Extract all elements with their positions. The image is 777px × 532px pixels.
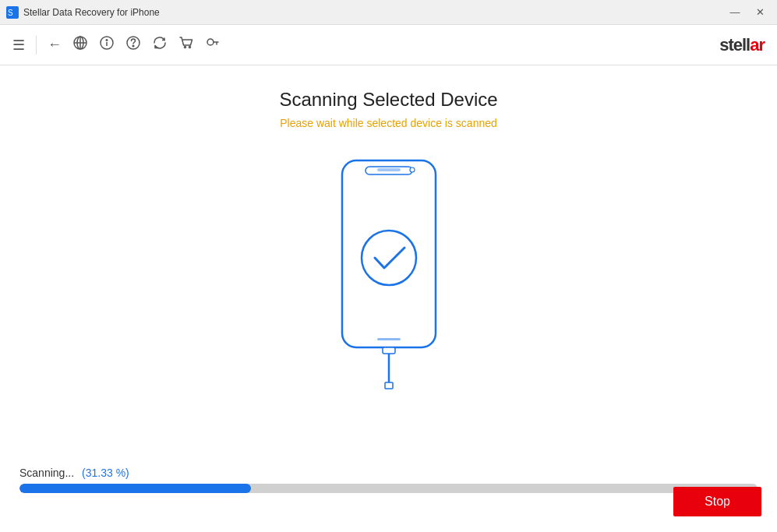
percent-label: (31.33 %) xyxy=(82,467,129,479)
stellar-logo: stellar xyxy=(719,35,765,55)
cart-icon[interactable] xyxy=(178,35,194,55)
svg-rect-16 xyxy=(377,168,401,171)
globe-icon[interactable] xyxy=(72,35,88,55)
progress-section: Scanning... (31.33 %) xyxy=(0,467,777,493)
scanning-label: Scanning... xyxy=(19,467,74,479)
svg-point-18 xyxy=(362,231,416,285)
svg-point-17 xyxy=(410,167,415,172)
toolbar-left: ☰ ← xyxy=(12,35,221,55)
menu-icon[interactable]: ☰ xyxy=(12,37,25,54)
toolbar-divider xyxy=(36,36,37,55)
svg-rect-19 xyxy=(377,338,401,340)
info-icon[interactable] xyxy=(99,35,115,55)
app-title: Stellar Data Recovery for iPhone xyxy=(23,7,160,18)
title-bar: S Stellar Data Recovery for iPhone — ✕ xyxy=(0,0,777,25)
svg-text:S: S xyxy=(8,9,13,17)
refresh-icon[interactable] xyxy=(152,35,168,55)
svg-rect-20 xyxy=(383,347,395,354)
page-subtitle: Please wait while selected device is sca… xyxy=(280,117,497,129)
progress-bar-fill xyxy=(19,484,251,493)
help-icon[interactable] xyxy=(125,35,141,55)
progress-labels: Scanning... (31.33 %) xyxy=(16,467,761,479)
back-icon[interactable]: ← xyxy=(48,37,62,53)
progress-bar-track xyxy=(19,484,758,493)
title-bar-controls: — ✕ xyxy=(724,4,771,21)
toolbar: ☰ ← xyxy=(0,25,777,65)
stellar-logo-accent: ar xyxy=(750,35,765,55)
svg-point-12 xyxy=(189,47,191,48)
app-icon: S xyxy=(6,6,19,19)
title-bar-left: S Stellar Data Recovery for iPhone xyxy=(6,6,160,19)
key-icon[interactable] xyxy=(205,35,221,55)
minimize-button[interactable]: — xyxy=(724,4,746,21)
phone-illustration xyxy=(327,153,451,402)
main-content: Scanning Selected Device Please wait whi… xyxy=(0,65,777,532)
close-button[interactable]: ✕ xyxy=(749,4,771,21)
stop-button-container: Stop xyxy=(673,487,761,516)
phone-svg xyxy=(327,153,451,402)
svg-rect-22 xyxy=(385,382,393,389)
svg-point-13 xyxy=(207,39,214,45)
stop-button[interactable]: Stop xyxy=(673,487,761,516)
page-title: Scanning Selected Device xyxy=(279,89,497,111)
svg-point-10 xyxy=(132,45,134,47)
svg-point-11 xyxy=(185,47,186,48)
svg-point-8 xyxy=(106,40,108,41)
